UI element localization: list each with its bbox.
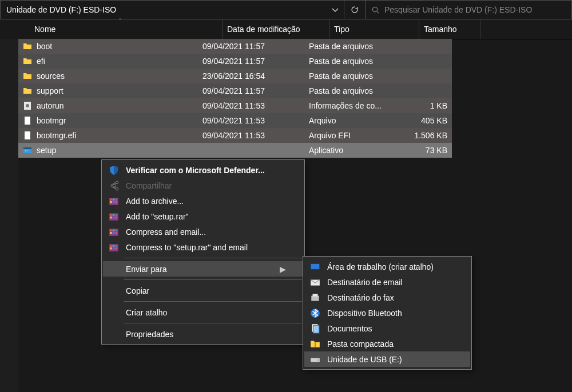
svg-rect-3 xyxy=(25,117,30,125)
documents-icon xyxy=(310,323,320,334)
folder-icon xyxy=(23,86,32,95)
sendto-zip[interactable]: Pasta compactada xyxy=(304,336,470,351)
winrar-icon xyxy=(109,196,119,206)
svg-rect-37 xyxy=(115,247,117,249)
svg-rect-42 xyxy=(313,294,318,297)
menu-share: Compartilhar xyxy=(103,178,303,193)
file-row[interactable]: efi 09/04/2021 11:57 Pasta de arquivos xyxy=(18,54,452,69)
svg-rect-30 xyxy=(115,232,117,234)
menu-defender[interactable]: Verificar com o Microsoft Defender... xyxy=(103,162,303,178)
column-date[interactable]: Data de modificação xyxy=(223,19,329,39)
svg-point-9 xyxy=(29,150,30,151)
search-placeholder: Pesquisar Unidade de DVD (F:) ESD-ISO xyxy=(384,5,532,14)
file-row-selected[interactable]: setup Aplicativo 73 KB xyxy=(18,143,452,158)
column-size[interactable]: Tamanho xyxy=(419,19,480,39)
svg-point-48 xyxy=(317,359,318,361)
svg-rect-22 xyxy=(113,217,114,218)
svg-rect-14 xyxy=(110,201,112,203)
svg-rect-28 xyxy=(110,232,112,234)
menu-separator xyxy=(124,301,302,302)
search-box[interactable]: Pesquisar Unidade de DVD (F:) ESD-ISO xyxy=(366,0,572,19)
submenu-arrow-icon: ▶ xyxy=(280,265,286,274)
sendto-usb[interactable]: Unidade de USB (E:) xyxy=(304,351,470,367)
fax-icon xyxy=(310,293,320,303)
menu-add-archive[interactable]: Add to archive... xyxy=(103,193,303,209)
chevron-down-icon xyxy=(331,5,340,14)
menu-compress-setup-email[interactable]: Compress to "setup.rar" and email xyxy=(103,239,303,255)
menu-create-shortcut[interactable]: Criar atalho xyxy=(103,305,303,320)
desktop-icon xyxy=(310,262,320,272)
svg-rect-6 xyxy=(23,147,31,149)
sendto-desktop[interactable]: Área de trabalho (criar atalho) xyxy=(304,259,470,274)
menu-send-to[interactable]: Enviar para ▶ xyxy=(103,261,303,277)
file-row[interactable]: bootmgr 09/04/2021 11:53 Arquivo 405 KB xyxy=(18,113,452,128)
svg-rect-16 xyxy=(115,201,117,203)
svg-rect-25 xyxy=(110,229,112,231)
column-name[interactable]: ˆ Nome xyxy=(18,19,223,39)
column-type[interactable]: Tipo xyxy=(329,19,419,39)
file-icon xyxy=(23,116,32,125)
svg-rect-13 xyxy=(115,198,117,200)
address-bar[interactable]: Unidade de DVD (F:) ESD-ISO xyxy=(0,0,344,19)
menu-compress-email[interactable]: Compress and email... xyxy=(103,224,303,239)
svg-rect-26 xyxy=(113,229,114,231)
file-row[interactable]: bootmgr.efi 09/04/2021 11:53 Arquivo EFI… xyxy=(18,128,452,143)
winrar-icon xyxy=(109,242,119,253)
explorer-window: Unidade de DVD (F:) ESD-ISO Pesquisar Un… xyxy=(0,0,572,392)
shield-icon xyxy=(109,165,119,175)
svg-point-7 xyxy=(25,150,26,151)
svg-rect-27 xyxy=(115,229,117,231)
refresh-icon xyxy=(350,5,359,14)
svg-rect-11 xyxy=(110,198,112,200)
svg-rect-29 xyxy=(113,232,114,234)
file-row[interactable]: boot 09/04/2021 11:57 Pasta de arquivos xyxy=(18,39,452,54)
svg-rect-46 xyxy=(315,342,316,347)
svg-rect-12 xyxy=(113,198,114,200)
svg-rect-23 xyxy=(115,217,117,218)
svg-rect-21 xyxy=(110,217,112,218)
mail-icon xyxy=(310,277,320,287)
svg-rect-34 xyxy=(115,245,117,246)
bluetooth-icon xyxy=(310,308,320,318)
menu-separator xyxy=(124,258,302,258)
folder-icon xyxy=(23,57,32,66)
svg-rect-18 xyxy=(110,214,112,215)
sort-indicator-icon: ˆ xyxy=(119,18,121,25)
svg-rect-45 xyxy=(313,325,319,333)
folder-icon xyxy=(23,42,32,51)
winrar-icon xyxy=(109,227,119,237)
menu-add-setup-rar[interactable]: Add to "setup.rar" xyxy=(103,209,303,224)
svg-rect-20 xyxy=(115,214,117,215)
menu-properties[interactable]: Propriedades xyxy=(103,326,303,342)
sendto-bluetooth[interactable]: Dispositivo Bluetooth xyxy=(304,305,470,321)
sendto-mail[interactable]: Destinatário de email xyxy=(304,274,470,290)
menu-copy[interactable]: Copiar xyxy=(103,283,303,298)
sendto-fax[interactable]: Destinatário do fax xyxy=(304,290,470,305)
svg-rect-19 xyxy=(113,214,114,215)
file-row[interactable]: support 09/04/2021 11:57 Pasta de arquiv… xyxy=(18,83,452,98)
file-row[interactable]: autorun 09/04/2021 11:53 Informações de … xyxy=(18,98,452,113)
file-icon xyxy=(23,131,32,140)
file-row[interactable]: sources 23/06/2021 16:54 Pasta de arquiv… xyxy=(18,69,452,83)
refresh-button[interactable] xyxy=(344,0,366,19)
address-history-button[interactable] xyxy=(327,5,344,14)
svg-rect-38 xyxy=(311,263,320,269)
share-icon xyxy=(109,181,119,191)
column-headers: ˆ Nome Data de modificação Tipo Tamanho xyxy=(0,19,572,39)
svg-rect-33 xyxy=(113,245,114,246)
zip-folder-icon xyxy=(310,339,320,349)
inf-file-icon xyxy=(23,101,32,110)
svg-rect-41 xyxy=(311,295,319,301)
svg-point-8 xyxy=(27,150,28,151)
svg-rect-35 xyxy=(110,247,112,249)
svg-rect-32 xyxy=(110,245,112,246)
sendto-submenu: Área de trabalho (criar atalho) Destinat… xyxy=(303,256,472,370)
tree-gutter xyxy=(0,39,18,392)
menu-separator xyxy=(124,323,302,323)
svg-rect-15 xyxy=(113,201,114,203)
sendto-documents[interactable]: Documentos xyxy=(304,321,470,336)
drive-icon xyxy=(310,354,320,365)
search-icon xyxy=(371,6,380,14)
context-menu: Verificar com o Microsoft Defender... Co… xyxy=(101,159,305,345)
menu-separator xyxy=(124,279,302,280)
